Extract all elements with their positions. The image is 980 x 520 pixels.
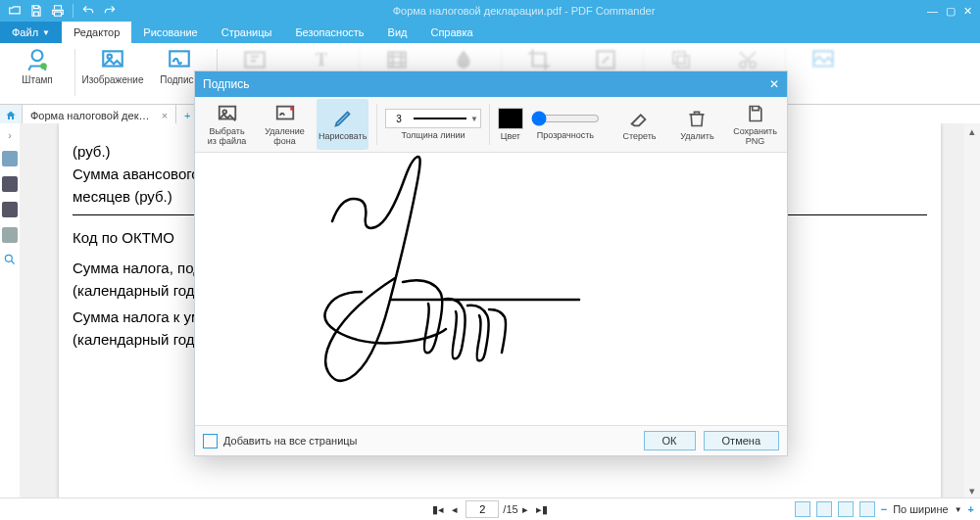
- image-file-icon: [217, 103, 238, 124]
- open-icon[interactable]: [4, 1, 25, 21]
- eraser-icon: [628, 108, 650, 129]
- pencil-icon: [332, 108, 354, 129]
- line-width-input[interactable]: [388, 113, 410, 125]
- dialog-toolbar: Выбрать из файла Удаление фона Нарисоват…: [195, 97, 787, 153]
- line-width-control: ▼ Толщина линии: [385, 109, 481, 140]
- color-control: Цвет: [498, 108, 523, 141]
- tool-save-png[interactable]: Сохранить PNG: [729, 99, 781, 150]
- scroll-up-icon[interactable]: ▴: [964, 123, 980, 139]
- dialog-footer: Добавить на все страницы ОК Отмена: [195, 425, 787, 455]
- close-tab-icon[interactable]: ×: [162, 110, 168, 121]
- menu-security[interactable]: Безопасность: [283, 22, 375, 43]
- svg-point-15: [222, 110, 226, 114]
- menu-editor[interactable]: Редактор: [62, 22, 131, 43]
- view-mode-1[interactable]: [795, 501, 810, 517]
- menu-pages[interactable]: Страницы: [210, 22, 284, 43]
- zoom-dropdown-icon[interactable]: ▼: [955, 505, 962, 514]
- sb-comments[interactable]: [2, 227, 18, 243]
- ribbon-stamp[interactable]: Штамп: [8, 45, 67, 85]
- scroll-down-icon[interactable]: ▾: [964, 483, 980, 498]
- tool-delete[interactable]: Удалить: [671, 99, 723, 150]
- svg-point-3: [108, 55, 112, 59]
- svg-point-13: [5, 255, 12, 261]
- zoom-in-icon[interactable]: +: [968, 503, 974, 515]
- signature-icon: [167, 47, 192, 72]
- ribbon-resize[interactable]: [576, 45, 635, 72]
- undo-icon[interactable]: [77, 1, 99, 21]
- page-total: /15: [503, 503, 517, 515]
- ribbon-image[interactable]: Изображение: [83, 45, 142, 85]
- menu-view[interactable]: Вид: [376, 22, 419, 43]
- doc-tab-label: Форма налоговой декла...: [30, 110, 156, 121]
- print-icon[interactable]: [47, 1, 69, 21]
- drawn-signature: [195, 153, 787, 425]
- tool-remove-bg[interactable]: Удаление фона: [259, 99, 311, 150]
- svg-rect-6: [388, 52, 405, 67]
- sb-thumbs[interactable]: [2, 151, 18, 166]
- svg-point-1: [40, 63, 47, 70]
- cancel-button[interactable]: Отмена: [704, 431, 779, 450]
- last-page-icon[interactable]: ▸▮: [532, 503, 552, 516]
- chevron-down-icon[interactable]: ▼: [470, 115, 478, 123]
- ribbon-fill[interactable]: [434, 45, 493, 72]
- ribbon-cut[interactable]: [718, 45, 777, 72]
- dialog-close-icon[interactable]: ✕: [769, 77, 779, 91]
- opacity-control: Прозрачность: [529, 109, 602, 140]
- save-icon[interactable]: [25, 1, 47, 21]
- remove-bg-icon: [274, 103, 296, 124]
- view-mode-4[interactable]: [859, 501, 875, 517]
- opacity-slider[interactable]: [531, 111, 600, 126]
- color-swatch[interactable]: [498, 108, 523, 129]
- tool-erase[interactable]: Стереть: [613, 99, 665, 150]
- search-icon[interactable]: [3, 253, 17, 266]
- collapse-icon[interactable]: ›: [8, 129, 12, 141]
- ribbon-textbox[interactable]: [225, 45, 284, 72]
- vertical-scrollbar[interactable]: ▴ ▾: [964, 123, 980, 498]
- stamp-icon: [24, 47, 50, 72]
- menu-help[interactable]: Справка: [418, 22, 484, 43]
- close-window-icon[interactable]: ✕: [963, 5, 972, 18]
- page-input[interactable]: [466, 500, 499, 518]
- title-bar: Форма налоговой декларации.pdf - PDF Com…: [0, 0, 980, 22]
- signature-dialog: Подпись ✕ Выбрать из файла Удаление фона…: [194, 71, 788, 456]
- menu-file[interactable]: Файл▼: [0, 22, 62, 43]
- line-width-dropdown[interactable]: ▼: [385, 109, 481, 128]
- save-png-icon: [746, 103, 765, 124]
- trash-icon: [687, 108, 707, 129]
- maximize-icon[interactable]: ▢: [946, 5, 956, 18]
- side-panel: ›: [0, 123, 21, 498]
- sb-bookmarks[interactable]: [2, 176, 18, 192]
- view-mode-2[interactable]: [816, 501, 832, 517]
- svg-point-0: [32, 50, 43, 61]
- tool-draw[interactable]: Нарисовать: [317, 99, 368, 150]
- svg-rect-8: [677, 56, 689, 68]
- ok-button[interactable]: ОК: [644, 431, 696, 450]
- line-preview: [414, 118, 466, 119]
- ribbon-picture[interactable]: [794, 45, 853, 72]
- image-icon: [100, 47, 125, 72]
- menu-drawing[interactable]: Рисование: [131, 22, 209, 43]
- ribbon-crop[interactable]: [510, 45, 568, 72]
- zoom-out-icon[interactable]: −: [881, 503, 887, 515]
- all-pages-checkbox[interactable]: [203, 434, 218, 449]
- dialog-titlebar[interactable]: Подпись ✕: [195, 71, 787, 97]
- view-mode-3[interactable]: [838, 501, 854, 517]
- ribbon-copy[interactable]: [652, 45, 710, 72]
- minimize-icon[interactable]: —: [927, 5, 938, 18]
- next-page-icon[interactable]: ▸: [518, 503, 532, 516]
- prev-page-icon[interactable]: ◂: [448, 503, 462, 516]
- zoom-label[interactable]: По ширине: [893, 503, 949, 515]
- sb-attachments[interactable]: [2, 202, 18, 217]
- all-pages-label: Добавить на все страницы: [223, 435, 358, 447]
- signature-canvas[interactable]: [195, 153, 787, 425]
- dialog-title: Подпись: [203, 77, 250, 91]
- window-title: Форма налоговой декларации.pdf - PDF Com…: [121, 5, 927, 17]
- ribbon-text[interactable]: T: [292, 45, 351, 72]
- menu-bar: Файл▼ Редактор Рисование Страницы Безопа…: [0, 22, 980, 43]
- svg-rect-9: [673, 52, 685, 64]
- ribbon-film[interactable]: [368, 45, 426, 72]
- first-page-icon[interactable]: ▮◂: [428, 503, 448, 516]
- status-bar: ▮◂ ◂ /15 ▸ ▸▮ − По ширине ▼ +: [0, 497, 980, 520]
- redo-icon[interactable]: [99, 1, 121, 21]
- tool-from-file[interactable]: Выбрать из файла: [201, 99, 253, 150]
